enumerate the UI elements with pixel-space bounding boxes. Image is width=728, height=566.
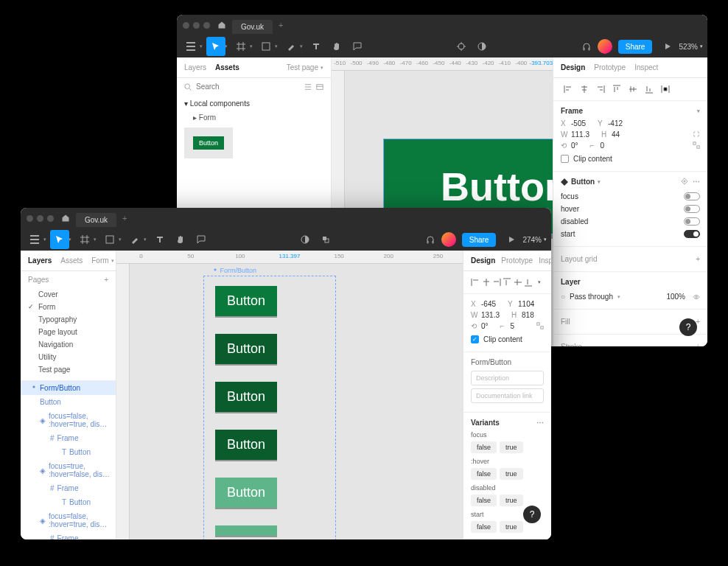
align-right-icon[interactable]: [593, 83, 608, 96]
file-tab[interactable]: Gov.uk: [76, 213, 116, 227]
pen-tool[interactable]: [281, 37, 301, 56]
distribute-icon[interactable]: [658, 83, 673, 96]
start-toggle[interactable]: [684, 230, 700, 238]
layer-frame[interactable]: # Frame: [21, 431, 116, 445]
variant-chip[interactable]: false: [471, 495, 497, 506]
layer-variant[interactable]: Button: [21, 395, 116, 409]
more-icon[interactable]: ⋯: [536, 419, 544, 427]
add-page-icon[interactable]: +: [104, 276, 108, 284]
more-icon[interactable]: ⋯: [693, 178, 700, 186]
help-button[interactable]: ?: [679, 318, 697, 336]
help-button[interactable]: ?: [523, 506, 541, 523]
page-selector[interactable]: Test page▾: [287, 63, 323, 71]
w-value[interactable]: 111.3: [571, 130, 589, 139]
tab-prototype[interactable]: Prototype: [501, 256, 533, 265]
zoom-level[interactable]: 274%▾: [522, 236, 547, 244]
target-icon[interactable]: [452, 37, 471, 56]
page-test[interactable]: Test page: [28, 363, 108, 376]
home-icon[interactable]: [61, 214, 70, 223]
y-value[interactable]: -412: [608, 119, 623, 127]
shape-tool[interactable]: [256, 37, 276, 56]
button-variant-partial[interactable]: [215, 525, 277, 536]
search-input[interactable]: [196, 83, 300, 91]
align-bottom-icon[interactable]: [524, 276, 533, 289]
contrast-icon[interactable]: [295, 230, 315, 249]
move-tool[interactable]: [206, 37, 225, 56]
layer-button[interactable]: T Button: [21, 495, 116, 509]
layer-variant[interactable]: ◈ focus=true, :hover=false, dis…: [21, 459, 116, 481]
h-value[interactable]: 818: [522, 311, 534, 319]
headphones-icon[interactable]: [577, 37, 596, 56]
button-variant[interactable]: Button: [215, 478, 277, 508]
add-icon[interactable]: +: [696, 255, 700, 263]
radius-value[interactable]: 5: [511, 322, 515, 330]
traffic-lights[interactable]: [183, 22, 210, 29]
page-selector[interactable]: Form▾: [91, 256, 113, 265]
constrain-icon[interactable]: [693, 130, 700, 138]
menu-icon[interactable]: [25, 230, 44, 249]
avatar[interactable]: [598, 39, 612, 54]
align-hcenter-icon[interactable]: [481, 276, 490, 289]
rotation-value[interactable]: 0°: [481, 322, 489, 330]
rotation-value[interactable]: 0°: [571, 142, 578, 150]
align-vcenter-icon[interactable]: [626, 83, 640, 96]
share-button[interactable]: Share: [618, 40, 653, 54]
variant-chip[interactable]: false: [471, 468, 497, 480]
headphones-icon[interactable]: [421, 230, 440, 249]
hand-tool[interactable]: [327, 37, 346, 56]
page-typography[interactable]: Typography: [28, 313, 108, 326]
tab-inspect[interactable]: Inspect: [539, 256, 551, 265]
layer-root[interactable]: Form/Button: [21, 381, 116, 395]
share-button[interactable]: Share: [462, 233, 497, 247]
align-hcenter-icon[interactable]: [577, 83, 592, 96]
disabled-toggle[interactable]: [684, 217, 700, 226]
hand-tool[interactable]: [171, 230, 190, 249]
layer-frame[interactable]: # Frame: [21, 531, 116, 539]
tree-form[interactable]: ▸ Form: [177, 112, 331, 123]
focus-toggle[interactable]: [684, 192, 700, 200]
frame-tool[interactable]: [231, 37, 251, 56]
play-icon[interactable]: [502, 230, 521, 249]
page-utility[interactable]: Utility: [28, 351, 108, 363]
tab-layers[interactable]: Layers: [28, 256, 52, 265]
add-tab-icon[interactable]: +: [122, 214, 127, 223]
page-navigation[interactable]: Navigation: [28, 338, 108, 351]
contrast-icon[interactable]: [472, 37, 491, 56]
frame-tool[interactable]: [75, 230, 94, 249]
distribute-icon[interactable]: ▾: [535, 276, 544, 289]
variant-chip[interactable]: false: [471, 441, 497, 453]
variant-chip[interactable]: false: [471, 521, 497, 533]
doc-link-input[interactable]: Documentation link: [471, 388, 544, 403]
home-icon[interactable]: [217, 21, 226, 29]
align-top-icon[interactable]: [503, 276, 511, 289]
comment-tool[interactable]: [348, 37, 367, 56]
align-top-icon[interactable]: [609, 83, 624, 96]
component-thumbnail[interactable]: Button: [184, 127, 233, 158]
file-tab[interactable]: Gov.uk: [232, 20, 273, 34]
button-variant[interactable]: Button: [215, 286, 277, 316]
page-form[interactable]: Form: [28, 301, 108, 313]
tab-design[interactable]: Design: [471, 256, 495, 265]
corners-icon[interactable]: [693, 142, 700, 149]
button-variant[interactable]: Button: [215, 382, 277, 412]
library-icon[interactable]: [316, 83, 323, 91]
play-icon[interactable]: [658, 37, 677, 56]
pen-tool[interactable]: [125, 230, 144, 249]
clip-checkbox[interactable]: [561, 155, 569, 163]
y-value[interactable]: 1104: [518, 300, 534, 308]
shape-tool[interactable]: [100, 230, 119, 249]
page-cover[interactable]: Cover: [28, 288, 108, 301]
variant-add-icon[interactable]: [681, 178, 688, 185]
canvas[interactable]: 050100131.397150200250 Form/Button Butto…: [116, 251, 463, 539]
tab-assets[interactable]: Assets: [215, 63, 239, 71]
corners-icon[interactable]: [536, 322, 544, 329]
text-tool[interactable]: [150, 230, 169, 249]
align-vcenter-icon[interactable]: [514, 276, 522, 289]
local-components-header[interactable]: ▾ Local components: [177, 95, 331, 112]
h-value[interactable]: 44: [612, 130, 620, 139]
tab-assets[interactable]: Assets: [60, 256, 83, 265]
layer-variant[interactable]: ◈ focus=false, :hover=true, dis…: [21, 409, 116, 431]
avatar[interactable]: [441, 232, 456, 247]
move-tool[interactable]: [50, 230, 69, 249]
align-bottom-icon[interactable]: [642, 83, 657, 96]
